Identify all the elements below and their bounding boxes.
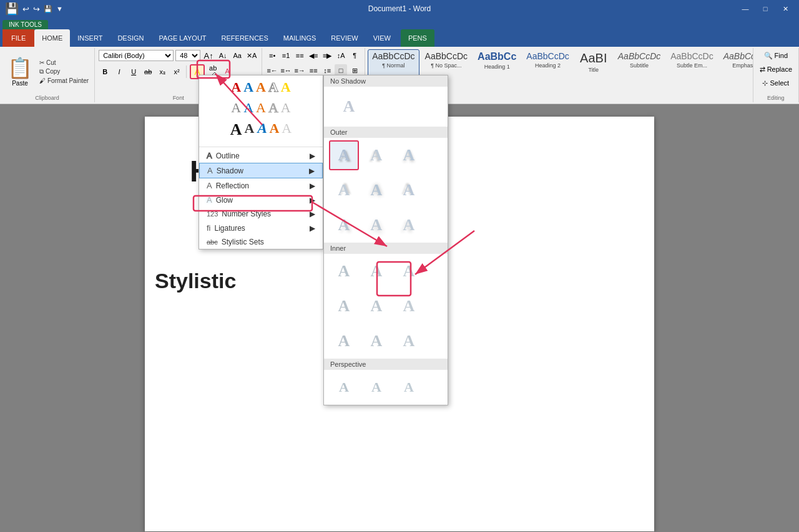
- increase-font-btn[interactable]: A↑: [202, 49, 215, 62]
- reflection-menu-item[interactable]: A Reflection ▶: [199, 178, 323, 193]
- replace-btn[interactable]: ⇄ Replace: [757, 63, 795, 75]
- outer-shadow-5[interactable]: A: [361, 175, 391, 205]
- inner-shadow-6[interactable]: A: [394, 291, 424, 321]
- text-color-blue2[interactable]: A: [243, 100, 253, 116]
- text-color-gold[interactable]: A: [281, 79, 291, 95]
- text-color-outline[interactable]: A: [268, 79, 278, 95]
- tab-page-layout[interactable]: PAGE LAYOUT: [152, 29, 214, 47]
- text-effect-bold2[interactable]: A: [245, 120, 255, 139]
- stylistic-sets-menu-item[interactable]: abc Stylistic Sets: [199, 235, 323, 249]
- redo-btn[interactable]: ↪: [33, 4, 40, 14]
- perspective-shadow-2[interactable]: A: [361, 372, 391, 402]
- outline-icon: A: [207, 151, 212, 160]
- font-name-select[interactable]: Calibri (Body): [99, 50, 174, 61]
- text-effect-bold-blue[interactable]: A: [255, 120, 268, 139]
- glow-menu-item[interactable]: A Glow ▶: [199, 193, 323, 207]
- outer-shadow-6[interactable]: A: [394, 175, 424, 205]
- text-color-orange2[interactable]: A: [256, 100, 266, 116]
- bullets-btn[interactable]: ≡•: [266, 49, 278, 62]
- change-case-btn[interactable]: Aa: [231, 49, 243, 62]
- minimize-btn[interactable]: —: [737, 0, 754, 17]
- bold-btn[interactable]: B: [99, 65, 111, 78]
- ink-tools-tab[interactable]: INK TOOLS: [2, 20, 48, 29]
- customize-btn[interactable]: ▼: [56, 5, 63, 12]
- strikethrough-btn[interactable]: ab: [142, 65, 154, 78]
- outer-shadow-2[interactable]: A: [361, 140, 391, 170]
- outline-menu-item[interactable]: A Outline ▶: [199, 148, 323, 163]
- style-title[interactable]: AaBI Title: [575, 49, 612, 94]
- text-color-orange[interactable]: A: [256, 79, 266, 95]
- outer-shadow-4[interactable]: A: [329, 175, 359, 205]
- style-emphasis[interactable]: AaBbCcDc Emphasis: [719, 49, 753, 94]
- perspective-shadow-1[interactable]: A: [329, 372, 359, 402]
- subscript-btn[interactable]: x₂: [156, 65, 169, 78]
- outer-shadow-3[interactable]: A: [394, 140, 424, 170]
- text-color-red[interactable]: A: [231, 79, 241, 95]
- text-color-gray2[interactable]: A: [281, 100, 291, 116]
- increase-indent-btn[interactable]: ≡▶: [321, 49, 333, 62]
- maximize-btn[interactable]: □: [757, 0, 774, 17]
- cut-button[interactable]: ✂ Cut: [37, 59, 91, 67]
- inner-shadow-3[interactable]: A: [394, 256, 424, 286]
- numbering-btn[interactable]: ≡1: [280, 49, 292, 62]
- outer-shadow-1[interactable]: A: [329, 140, 359, 170]
- text-effect-bold-orange[interactable]: A: [269, 120, 279, 139]
- tab-view[interactable]: VIEW: [366, 29, 398, 47]
- save-btn[interactable]: 💾: [44, 5, 52, 13]
- inner-shadow-4[interactable]: A: [329, 291, 359, 321]
- font-size-select[interactable]: 48: [175, 50, 200, 61]
- text-effect-gray3[interactable]: A: [282, 120, 292, 139]
- sort-btn[interactable]: ↕A: [335, 49, 347, 62]
- italic-btn[interactable]: I: [113, 65, 125, 78]
- shadow-menu-item[interactable]: A Shadow ▶: [199, 163, 323, 178]
- close-btn[interactable]: ✕: [777, 0, 794, 17]
- superscript-btn[interactable]: x²: [170, 65, 183, 78]
- underline-btn[interactable]: U: [127, 65, 140, 78]
- tab-pens[interactable]: PENS: [401, 29, 434, 47]
- outer-shadow-9[interactable]: A: [394, 210, 424, 240]
- tab-insert[interactable]: INSERT: [70, 29, 110, 47]
- style-heading2[interactable]: AaBbCcDc Heading 2: [522, 49, 573, 94]
- inner-shadow-2[interactable]: A: [361, 256, 391, 286]
- number-styles-label: Number Styles: [222, 210, 271, 218]
- select-btn[interactable]: ⊹ Select: [760, 77, 792, 89]
- text-effect-bold1[interactable]: A: [230, 120, 242, 139]
- outer-shadow-7[interactable]: A: [329, 210, 359, 240]
- text-color-gray1[interactable]: A: [231, 100, 241, 116]
- no-shadow-option[interactable]: A: [334, 92, 364, 122]
- outer-shadow-8[interactable]: A: [361, 210, 391, 240]
- decrease-indent-btn[interactable]: ◀≡: [307, 49, 320, 62]
- number-styles-menu-item[interactable]: 123 Number Styles ▶: [199, 207, 323, 221]
- text-color-blue[interactable]: A: [243, 79, 253, 95]
- clear-formatting-btn[interactable]: ✕A: [245, 49, 258, 62]
- style-subtitle[interactable]: AaBbCcDc Subtitle: [614, 49, 665, 94]
- find-btn[interactable]: 🔍 Find: [762, 49, 790, 62]
- undo-btn[interactable]: ↩: [22, 4, 29, 14]
- tab-references[interactable]: REFERENCES: [214, 29, 276, 47]
- paste-button[interactable]: 📋 Paste: [4, 54, 36, 89]
- perspective-shadow-3[interactable]: A: [394, 372, 424, 402]
- inner-shadow-9[interactable]: A: [394, 326, 424, 356]
- shadow-label: Shadow: [217, 167, 243, 175]
- format-painter-button[interactable]: 🖌 Format Painter: [37, 77, 91, 85]
- tab-home[interactable]: HOME: [34, 29, 70, 47]
- style-subtle-emphasis[interactable]: AaBbCcDc Subtle Em...: [666, 49, 717, 94]
- multilevel-list-btn[interactable]: ≡≡: [293, 49, 306, 62]
- reflection-icon: A: [207, 181, 212, 190]
- inner-shadow-7[interactable]: A: [329, 326, 359, 356]
- show-para-btn[interactable]: ¶: [348, 49, 361, 62]
- glow-icon: A: [207, 195, 212, 205]
- copy-button[interactable]: ⧉ Copy: [37, 67, 91, 76]
- inner-shadow-1[interactable]: A: [329, 256, 359, 286]
- tab-design[interactable]: DESIGN: [110, 29, 151, 47]
- decrease-font-btn[interactable]: A↓: [217, 49, 229, 62]
- copy-icon: ⧉: [39, 68, 44, 75]
- tab-mailings[interactable]: MAILINGS: [276, 29, 324, 47]
- text-color-outline2[interactable]: A: [268, 100, 278, 116]
- tab-review[interactable]: REVIEW: [323, 29, 365, 47]
- tab-file[interactable]: FILE: [2, 29, 34, 47]
- inner-shadow-5[interactable]: A: [361, 291, 391, 321]
- ligatures-menu-item[interactable]: fi Ligatures ▶: [199, 221, 323, 235]
- inner-shadow-8[interactable]: A: [361, 326, 391, 356]
- style-heading1[interactable]: AaBbCc Heading 1: [473, 49, 521, 94]
